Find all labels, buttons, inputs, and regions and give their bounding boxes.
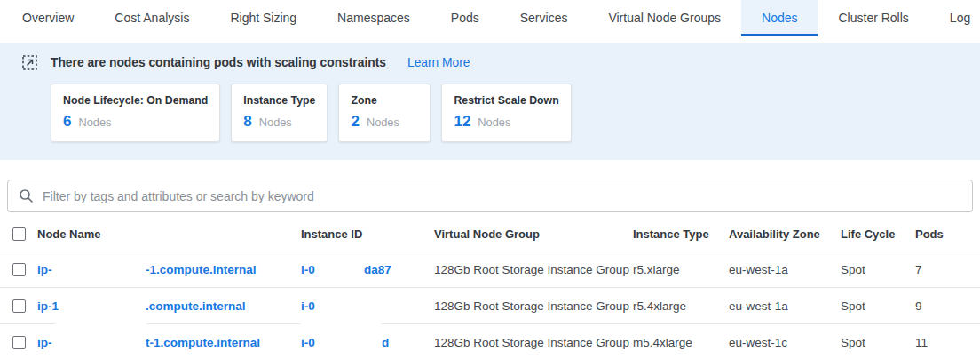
card-title: Instance Type xyxy=(243,94,315,107)
tab-right-sizing[interactable]: Right Sizing xyxy=(209,0,317,36)
card-title: Node Lifecycle: On Demand xyxy=(63,94,208,107)
column-header-pods: Pods xyxy=(915,227,980,241)
tab-cluster-rolls[interactable]: Cluster Rolls xyxy=(818,0,929,36)
column-header-node-name: Node Name xyxy=(37,227,301,241)
tab-cost-analysis[interactable]: Cost Analysis xyxy=(94,0,209,36)
search-input[interactable] xyxy=(43,189,961,203)
card-unit: Nodes xyxy=(259,116,292,129)
card-unit: Nodes xyxy=(478,116,510,129)
instance-id-link[interactable]: i-0 d xyxy=(301,336,434,349)
banner-message: There are nodes containing pods with sca… xyxy=(51,56,386,69)
life-cycle-cell: Spot xyxy=(841,336,915,349)
availability-zone-cell: eu-west-1a xyxy=(729,263,841,276)
pods-cell: 11 xyxy=(915,336,980,349)
learn-more-link[interactable]: Learn More xyxy=(407,56,470,69)
instance-id-suffix: da87 xyxy=(364,263,391,276)
pods-cell: 7 xyxy=(915,263,980,276)
column-header-virtual-node-group: Virtual Node Group xyxy=(434,227,633,241)
search-icon xyxy=(19,188,34,203)
redaction-artifact xyxy=(300,323,382,325)
scaling-constraints-banner: There are nodes containing pods with sca… xyxy=(0,43,980,160)
node-name-prefix: ip- xyxy=(37,336,52,349)
table-header-row: Node Name Instance ID Virtual Node Group… xyxy=(0,217,980,251)
virtual-node-group-cell: 128Gb Root Storage Instance Group xyxy=(434,263,633,276)
node-name-prefix: ip-1 xyxy=(37,299,59,313)
row-checkbox[interactable] xyxy=(12,263,26,276)
node-name-suffix: t-1.compute.internal xyxy=(146,336,260,349)
instance-type-cell: m5.4xlarge xyxy=(633,336,729,349)
column-header-instance-type: Instance Type xyxy=(633,227,729,241)
instance-type-cell: r5.4xlarge xyxy=(633,299,729,313)
pods-cell: 9 xyxy=(915,299,980,313)
tab-bar: Overview Cost Analysis Right Sizing Name… xyxy=(0,0,980,36)
column-header-instance-id: Instance ID xyxy=(301,227,434,241)
card-title: Zone xyxy=(351,94,418,107)
tab-pods[interactable]: Pods xyxy=(431,0,500,36)
availability-zone-cell: eu-west-1a xyxy=(729,299,841,313)
instance-id-prefix: i-0 xyxy=(301,336,315,349)
column-header-life-cycle: Life Cycle xyxy=(841,227,915,241)
card-value: 6 xyxy=(63,113,71,131)
instance-id-link[interactable]: i-0 xyxy=(301,299,434,313)
card-instance-type[interactable]: Instance Type 8 Nodes xyxy=(231,84,328,142)
instance-type-cell: r5.xlarge xyxy=(633,263,729,276)
virtual-node-group-cell: 128Gb Root Storage Instance Group xyxy=(434,299,633,313)
virtual-node-group-cell: 128Gb Root Storage Instance Group xyxy=(434,336,633,349)
tab-nodes[interactable]: Nodes xyxy=(741,0,818,36)
instance-id-suffix: d xyxy=(382,336,389,349)
instance-id-link[interactable]: i-0 da87 xyxy=(301,263,434,276)
banner-message-row: There are nodes containing pods with sca… xyxy=(22,55,980,70)
card-restrict-scale-down[interactable]: Restrict Scale Down 12 Nodes xyxy=(441,84,571,142)
node-name-suffix: .compute.internal xyxy=(146,299,246,313)
table-row: ip-1 .compute.internal i-0 128Gb Root St… xyxy=(0,288,980,324)
card-value: 8 xyxy=(243,113,251,131)
column-header-availability-zone: Availability Zone xyxy=(729,227,841,241)
card-value: 12 xyxy=(454,113,470,131)
redaction-artifact xyxy=(55,323,146,325)
table-row: ip- t-1.compute.internal i-0 d 128Gb Roo… xyxy=(0,324,980,359)
tab-services[interactable]: Services xyxy=(500,0,589,36)
tab-namespaces[interactable]: Namespaces xyxy=(317,0,431,36)
node-name-prefix: ip- xyxy=(37,263,52,276)
card-zone[interactable]: Zone 2 Nodes xyxy=(338,84,431,142)
node-name-link[interactable]: ip- -1.compute.internal xyxy=(37,263,301,276)
instance-id-prefix: i-0 xyxy=(301,263,315,276)
instance-id-prefix: i-0 xyxy=(301,299,315,313)
tab-virtual-node-groups[interactable]: Virtual Node Groups xyxy=(588,0,741,36)
card-unit: Nodes xyxy=(367,116,399,129)
life-cycle-cell: Spot xyxy=(841,299,915,313)
constraint-summary-cards: Node Lifecycle: On Demand 6 Nodes Instan… xyxy=(51,84,980,142)
card-value: 2 xyxy=(351,113,359,131)
card-node-lifecycle-on-demand[interactable]: Node Lifecycle: On Demand 6 Nodes xyxy=(51,84,220,142)
filter-search-box xyxy=(7,180,973,212)
node-name-suffix: -1.compute.internal xyxy=(146,263,257,276)
table-row: ip- -1.compute.internal i-0 da87 128Gb R… xyxy=(0,251,980,288)
node-name-link[interactable]: ip- t-1.compute.internal xyxy=(37,336,301,349)
tab-overview[interactable]: Overview xyxy=(2,0,94,36)
card-unit: Nodes xyxy=(78,116,111,129)
node-name-link[interactable]: ip-1 .compute.internal xyxy=(37,299,301,313)
availability-zone-cell: eu-west-1c xyxy=(729,336,841,349)
row-checkbox[interactable] xyxy=(12,299,26,313)
row-checkbox[interactable] xyxy=(12,336,26,349)
card-title: Restrict Scale Down xyxy=(454,94,558,107)
nodes-table: Node Name Instance ID Virtual Node Group… xyxy=(0,217,980,359)
scale-constraint-icon xyxy=(22,55,37,70)
tab-log[interactable]: Log xyxy=(929,0,980,36)
life-cycle-cell: Spot xyxy=(841,263,915,276)
select-all-checkbox[interactable] xyxy=(12,227,26,241)
